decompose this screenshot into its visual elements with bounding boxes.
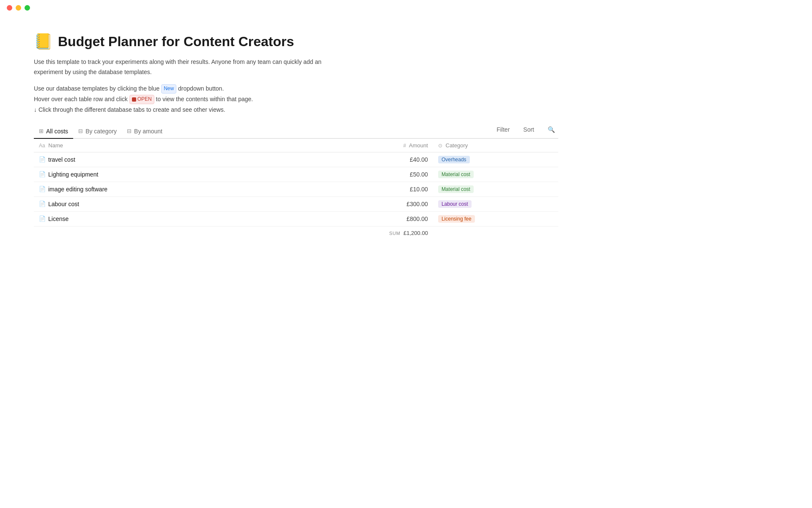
tabs-bar: ⊞ All costs ⊟ By category ⊟ By amount Fi… [34, 124, 558, 139]
row-name-3: Labour cost [48, 201, 79, 207]
sum-value: £1,200.00 [403, 230, 428, 236]
cell-amount-3: £300.00 [331, 196, 433, 211]
row-icon-3: 📄 [39, 201, 46, 207]
row-name-0: travel cost [48, 156, 75, 163]
amount-col-label: Amount [409, 142, 428, 149]
row-icon-0: 📄 [39, 156, 46, 163]
row-name-4: License [48, 215, 69, 222]
page-description: Use this template to track your experime… [34, 57, 558, 77]
tab-actions: Filter Sort 🔍 [493, 124, 558, 138]
cell-category-3: Labour cost [433, 196, 558, 211]
description-line-2: experiment by using the database templat… [34, 67, 558, 77]
page-content: 📒 Budget Planner for Content Creators Us… [0, 16, 592, 257]
sort-button[interactable]: Sort [520, 124, 538, 135]
tab-by-category[interactable]: ⊟ By category [73, 124, 122, 139]
sum-label: SUM [389, 231, 400, 236]
cell-name-4: 📄 License [34, 211, 331, 226]
name-col-label: Name [48, 142, 63, 149]
instruction-1: Use our database templates by clicking t… [34, 84, 558, 94]
cell-category-4: Licensing fee [433, 211, 558, 226]
col-header-category: ⊙ Category [433, 139, 558, 152]
tab-by-amount-label: By amount [134, 128, 162, 135]
row-name-2: image editing software [48, 186, 107, 193]
cell-name-1: 📄 Lighting equipment [34, 167, 331, 182]
page-emoji: 📒 [34, 33, 53, 50]
cell-amount-1: £50.00 [331, 167, 433, 182]
cell-name-0: 📄 travel cost [34, 152, 331, 167]
cell-amount-2: £10.00 [331, 182, 433, 196]
category-col-icon: ⊙ [438, 143, 442, 149]
category-badge-3: Labour cost [438, 200, 472, 208]
category-badge-4: Licensing fee [438, 215, 475, 223]
close-button[interactable] [7, 5, 12, 11]
col-header-name: Aa Name [34, 139, 331, 152]
badge-open-label: OPEN [137, 95, 152, 103]
row-icon-1: 📄 [39, 171, 46, 177]
tab-all-costs[interactable]: ⊞ All costs [34, 124, 73, 139]
tab-by-category-icon: ⊟ [78, 128, 83, 134]
table-row[interactable]: 📄 image editing software £10.00 Material… [34, 182, 558, 196]
data-table: Aa Name # Amount ⊙ Category [34, 139, 558, 240]
amount-col-icon: # [403, 143, 406, 149]
minimize-button[interactable] [16, 5, 21, 11]
open-icon [132, 97, 136, 102]
cell-amount-4: £800.00 [331, 211, 433, 226]
tab-all-costs-label: All costs [46, 128, 68, 135]
category-badge-1: Material cost [438, 171, 474, 178]
table-row[interactable]: 📄 Lighting equipment £50.00 Material cos… [34, 167, 558, 182]
page-header: 📒 Budget Planner for Content Creators [34, 33, 558, 50]
cell-name-3: 📄 Labour cost [34, 196, 331, 211]
search-icon: 🔍 [548, 126, 555, 133]
category-badge-2: Material cost [438, 185, 474, 193]
cell-name-2: 📄 image editing software [34, 182, 331, 196]
category-col-label: Category [446, 142, 468, 149]
name-col-icon: Aa [39, 143, 45, 149]
category-badge-0: Overheads [438, 156, 470, 163]
description-line-1: Use this template to track your experime… [34, 57, 558, 66]
cell-amount-0: £40.00 [331, 152, 433, 167]
tab-by-category-label: By category [85, 128, 117, 135]
titlebar [0, 0, 812, 16]
tab-by-amount[interactable]: ⊟ By amount [122, 124, 167, 139]
row-icon-2: 📄 [39, 186, 46, 192]
cell-category-0: Overheads [433, 152, 558, 167]
table-row[interactable]: 📄 License £800.00 Licensing fee [34, 211, 558, 226]
filter-button[interactable]: Filter [493, 124, 513, 135]
instruction-2: Hover over each table row and click OPEN… [34, 94, 558, 104]
badge-new: New [161, 84, 176, 93]
table-row[interactable]: 📄 Labour cost £300.00 Labour cost [34, 196, 558, 211]
row-name-1: Lighting equipment [48, 171, 98, 178]
database: ⊞ All costs ⊟ By category ⊟ By amount Fi… [34, 124, 558, 240]
cell-category-1: Material cost [433, 167, 558, 182]
maximize-button[interactable] [25, 5, 30, 11]
row-icon-4: 📄 [39, 215, 46, 222]
col-header-amount: # Amount [331, 139, 433, 152]
sum-empty [34, 226, 331, 240]
table-header-row: Aa Name # Amount ⊙ Category [34, 139, 558, 152]
search-button[interactable]: 🔍 [544, 124, 558, 135]
sum-row: SUM £1,200.00 [34, 226, 558, 240]
cell-category-2: Material cost [433, 182, 558, 196]
page-title: Budget Planner for Content Creators [58, 34, 294, 50]
tab-by-amount-icon: ⊟ [127, 128, 132, 134]
sum-row-cell: SUM £1,200.00 [331, 226, 433, 240]
tab-all-costs-icon: ⊞ [39, 128, 44, 134]
sum-empty-2 [433, 226, 558, 240]
badge-open: OPEN [129, 95, 154, 104]
table-row[interactable]: 📄 travel cost £40.00 Overheads [34, 152, 558, 167]
instruction-3: ↓ Click through the different database t… [34, 105, 558, 114]
page-instructions: Use our database templates by clicking t… [34, 84, 558, 114]
